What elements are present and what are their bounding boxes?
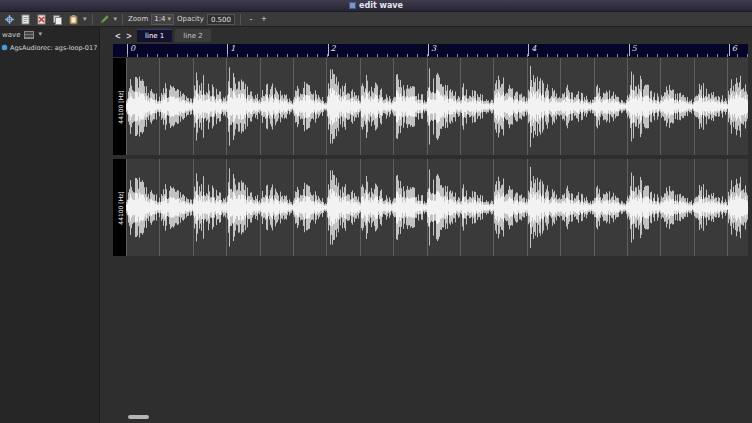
tab-scroll-left-button[interactable]: < (113, 29, 123, 42)
samplerate-strip-0: 44100 [Hz] (113, 58, 126, 155)
zoom-out-button[interactable]: - (246, 13, 256, 26)
window-title: edit wave (359, 1, 403, 10)
select-button[interactable] (19, 13, 32, 26)
sidebar-dropdown-arrow-icon[interactable]: ▾ (38, 28, 42, 41)
tool-dropdown-arrow-icon[interactable]: ▾ (114, 13, 118, 26)
copy-icon (52, 14, 63, 25)
samplerate-label: 44100 [Hz] (116, 191, 123, 224)
tool-menu-button[interactable] (98, 13, 111, 26)
paste-icon (68, 14, 79, 25)
horizontal-scrollbar[interactable] (127, 415, 748, 420)
clear-icon (36, 14, 47, 25)
samplerate-label: 44100 [Hz] (116, 90, 123, 123)
zoom-in-button[interactable]: + (259, 13, 269, 26)
ruler-mark: 3 (428, 44, 436, 56)
timeline-ruler[interactable]: 0123456 (113, 44, 748, 57)
zoom-value: 1:4 (154, 15, 165, 23)
wave-toolbar: ▾ ▾ Zoom 1:4 ▾ Opacity 0.500 - + (0, 12, 752, 27)
toolbar-separator (122, 14, 123, 25)
waveform-canvas-1[interactable] (126, 159, 748, 256)
ruler-mark: 6 (729, 44, 737, 56)
toolbar-separator (240, 14, 241, 25)
wave-editor: < > line 1 line 2 0123456 44100 [Hz] 441… (100, 27, 752, 423)
ruler-mark: 0 (127, 44, 135, 56)
opacity-label: Opacity (177, 15, 204, 23)
sidebar-header: wave ▾ (0, 27, 99, 42)
tab-bar: < > line 1 line 2 (113, 28, 211, 42)
select-icon (20, 14, 31, 25)
toolbar-separator (92, 14, 93, 25)
machine-radio-icon[interactable] (2, 45, 7, 50)
clear-button[interactable] (35, 13, 48, 26)
wave-grid-icon[interactable] (24, 31, 34, 39)
scrollbar-thumb[interactable] (128, 415, 149, 419)
zoom-dropdown-arrow-icon: ▾ (167, 13, 171, 26)
zoom-select[interactable]: 1:4 ▾ (151, 14, 174, 25)
waveform-canvas-0[interactable] (126, 58, 748, 155)
wave-channel-0: 44100 [Hz] (113, 58, 748, 155)
titlebar[interactable]: edit wave (0, 0, 752, 12)
sidebar-title: wave (2, 31, 20, 39)
paste-button[interactable] (67, 13, 80, 26)
ruler-mark: 2 (328, 44, 336, 56)
copy-button[interactable] (51, 13, 64, 26)
ruler-mark: 1 (227, 44, 235, 56)
machine-radio-row[interactable]: AgsAudiorec: ags-loop-017 (0, 42, 99, 53)
pencil-icon (99, 14, 110, 25)
position-cursor-button[interactable] (3, 13, 16, 26)
zoom-label: Zoom (128, 15, 148, 23)
tab-line-2[interactable]: line 2 (175, 29, 210, 42)
sidebar: wave ▾ AgsAudiorec: ags-loop-017 (0, 27, 100, 423)
position-cursor-icon (4, 14, 15, 25)
tab-label: line 2 (183, 32, 202, 40)
ruler-mark: 4 (528, 44, 536, 56)
edit-dropdown-arrow-icon[interactable]: ▾ (83, 13, 87, 26)
window-icon (349, 2, 356, 9)
machine-label: AgsAudiorec: ags-loop-017 (10, 44, 97, 52)
samplerate-strip-1: 44100 [Hz] (113, 159, 126, 256)
tab-line-1[interactable]: line 1 (137, 29, 172, 42)
ruler-mark: 5 (629, 44, 637, 56)
opacity-input[interactable]: 0.500 (207, 14, 235, 25)
tab-scroll-right-button[interactable]: > (124, 29, 134, 42)
wave-channel-1: 44100 [Hz] (113, 159, 748, 256)
tab-label: line 1 (145, 32, 164, 40)
